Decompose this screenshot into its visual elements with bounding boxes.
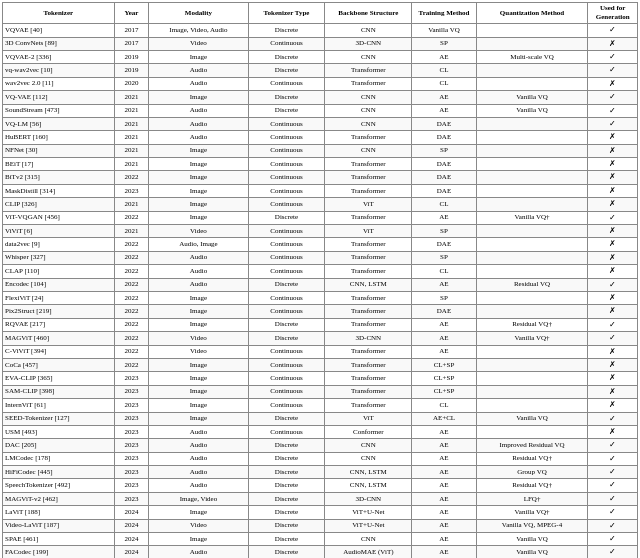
cell-backbone: Transformer [325, 292, 412, 305]
cell-modality: Image [149, 91, 248, 104]
check-icon: ✓ [609, 440, 616, 449]
table-row: Video-LaViT [187]2024VideoDiscreteViT+U-… [3, 519, 638, 532]
cell-used-for-generation: ✓ [588, 546, 638, 558]
table-row: BiTv2 [315]2022ImageContinuousTransforme… [3, 171, 638, 184]
table-row: MAGViT [460]2022VideoDiscrete3D-CNNAEVan… [3, 332, 638, 345]
cell-quantization: Vanilla VQ, MPEG-4 [476, 519, 588, 532]
cell-quantization [476, 425, 588, 438]
cell-quantization [476, 251, 588, 264]
cell-quantization [476, 198, 588, 211]
cell-backbone: Transformer [325, 265, 412, 278]
cell-quantization: Vanilla VQ [476, 104, 588, 117]
cell-quantization [476, 385, 588, 398]
check-icon: ✓ [609, 119, 616, 128]
cell-quantization [476, 77, 588, 90]
main-table-container: Tokenizer Year Modality Tokenizer Type B… [0, 0, 640, 558]
cell-tokenizer-type: Discrete [248, 412, 325, 425]
cell-backbone: CNN, LSTM [325, 479, 412, 492]
cross-icon: ✗ [609, 387, 616, 396]
cell-tokenizer-type: Continuous [248, 171, 325, 184]
cell-quantization: Vanilla VQ [476, 546, 588, 558]
cell-training: DAE [412, 238, 476, 251]
cell-year: 2022 [114, 211, 149, 224]
cell-used-for-generation: ✓ [588, 519, 638, 532]
cell-used-for-generation: ✓ [588, 466, 638, 479]
cell-year: 2021 [114, 131, 149, 144]
cell-backbone: CNN [325, 439, 412, 452]
cell-tokenizer-type: Discrete [248, 452, 325, 465]
cell-tokenizer-type: Continuous [248, 131, 325, 144]
cell-year: 2023 [114, 452, 149, 465]
table-row: SoundStream [473]2021AudioDiscreteCNNAEV… [3, 104, 638, 117]
cell-used-for-generation: ✗ [588, 372, 638, 385]
cell-year: 2017 [114, 37, 149, 50]
cell-tokenizer-name: NFNet [30] [3, 144, 115, 157]
table-row: InternViT [61]2023ImageContinuousTransfo… [3, 399, 638, 412]
cell-year: 2024 [114, 533, 149, 546]
cell-backbone: Transformer [325, 171, 412, 184]
cell-tokenizer-name: DAC [205] [3, 439, 115, 452]
cell-training: SP [412, 37, 476, 50]
cell-training: DAE [412, 117, 476, 130]
cell-used-for-generation: ✓ [588, 104, 638, 117]
table-row: SpeechTokenizer [492]2023AudioDiscreteCN… [3, 479, 638, 492]
cell-quantization: Vanilla VQ† [476, 506, 588, 519]
table-header-row: Tokenizer Year Modality Tokenizer Type B… [3, 3, 638, 24]
table-row: LaViT [188]2024ImageDiscreteViT+U-NetAEV… [3, 506, 638, 519]
cell-training: AE [412, 466, 476, 479]
cell-used-for-generation: ✓ [588, 332, 638, 345]
cell-quantization: Group VQ [476, 466, 588, 479]
cell-quantization [476, 37, 588, 50]
cell-training: CL+SP [412, 358, 476, 371]
check-icon: ✓ [609, 25, 616, 34]
cell-training: SP [412, 144, 476, 157]
cell-modality: Image [149, 305, 248, 318]
cell-backbone: CNN [325, 452, 412, 465]
cell-used-for-generation: ✗ [588, 292, 638, 305]
cell-used-for-generation: ✗ [588, 131, 638, 144]
cell-quantization [476, 372, 588, 385]
cell-quantization: Residual VQ† [476, 452, 588, 465]
cell-tokenizer-type: Continuous [248, 37, 325, 50]
cell-modality: Audio [149, 64, 248, 77]
table-row: VQVAE-2 [336]2019ImageDiscreteCNNAEMulti… [3, 50, 638, 63]
cell-training: AE [412, 425, 476, 438]
cell-quantization [476, 158, 588, 171]
cell-backbone: ViT [325, 225, 412, 238]
cell-year: 2021 [114, 117, 149, 130]
check-icon: ✓ [609, 333, 616, 342]
cell-quantization: LFQ† [476, 492, 588, 505]
cell-tokenizer-name: Pix2Struct [219] [3, 305, 115, 318]
cell-backbone: Transformer [325, 372, 412, 385]
table-row: data2vec [9]2022Audio, ImageContinuousTr… [3, 238, 638, 251]
cell-training: Vanilla VQ [412, 24, 476, 37]
cell-backbone: Transformer [325, 399, 412, 412]
cell-used-for-generation: ✗ [588, 238, 638, 251]
cell-training: AE [412, 91, 476, 104]
cell-modality: Video [149, 332, 248, 345]
cell-tokenizer-name: FlexiViT [24] [3, 292, 115, 305]
cell-used-for-generation: ✗ [588, 77, 638, 90]
cell-tokenizer-name: VQ-LM [56] [3, 117, 115, 130]
cell-modality: Audio [149, 251, 248, 264]
cell-year: 2019 [114, 50, 149, 63]
cell-quantization: Vanilla VQ [476, 533, 588, 546]
cell-training: DAE [412, 158, 476, 171]
cell-backbone: 3D-CNN [325, 332, 412, 345]
check-icon: ✓ [609, 494, 616, 503]
cell-year: 2023 [114, 184, 149, 197]
cell-year: 2024 [114, 506, 149, 519]
cell-tokenizer-type: Discrete [248, 466, 325, 479]
cell-backbone: CNN [325, 91, 412, 104]
cell-tokenizer-type: Continuous [248, 425, 325, 438]
check-icon: ✓ [609, 320, 616, 329]
cell-used-for-generation: ✓ [588, 452, 638, 465]
cell-modality: Image [149, 158, 248, 171]
cell-backbone: Transformer [325, 211, 412, 224]
cell-backbone: 3D-CNN [325, 37, 412, 50]
cell-backbone: CNN, LSTM [325, 278, 412, 291]
cell-tokenizer-type: Continuous [248, 158, 325, 171]
cell-tokenizer-name: Encodec [104] [3, 278, 115, 291]
table-row: vq-wav2vec [10]2019AudioDiscreteTransfor… [3, 64, 638, 77]
cell-modality: Image [149, 372, 248, 385]
